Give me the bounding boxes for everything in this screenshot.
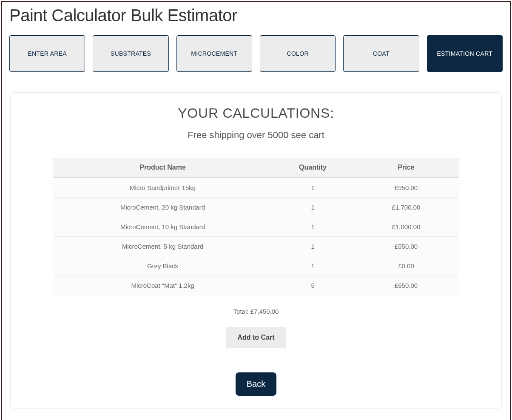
cell-price: £650.00 — [353, 276, 459, 295]
col-quantity: Quantity — [272, 158, 353, 178]
cell-product: MicroCoat “Mat” 1.2kg — [53, 276, 272, 295]
table-row: MicroCement, 20 kg Standard 1 £1,700.00 — [53, 198, 459, 217]
cell-quantity: 1 — [272, 237, 353, 256]
total-line: Total: £7,450.00 — [53, 308, 459, 315]
cell-price: £950.00 — [353, 178, 459, 198]
shipping-note: Free shipping over 5000 see cart — [53, 130, 459, 141]
cell-quantity: 1 — [272, 217, 353, 237]
tab-microcement[interactable]: MICROCEMENT — [176, 35, 252, 72]
cell-price: £0.00 — [353, 256, 459, 276]
tab-color[interactable]: COLOR — [260, 35, 336, 72]
cell-product: MicroCement, 5 kg Standard — [53, 237, 272, 256]
tab-estimation-cart[interactable]: ESTIMATION CART — [427, 35, 503, 72]
cell-quantity: 1 — [272, 178, 353, 198]
page-title: Paint Calculator Bulk Estimator — [9, 6, 503, 25]
tab-bar: ENTER AREA SUBSTRATES MICROCEMENT COLOR … — [9, 35, 503, 72]
cell-price: £1,700.00 — [353, 198, 459, 217]
cell-quantity: 5 — [272, 276, 353, 295]
table-row: MicroCement, 5 kg Standard 1 £550.00 — [53, 237, 459, 256]
col-product-name: Product Name — [53, 158, 272, 178]
calculations-table: Product Name Quantity Price Micro Sandpr… — [53, 158, 459, 295]
estimation-card: YOUR CALCULATIONS: Free shipping over 50… — [10, 92, 502, 409]
table-row: MicroCement, 10 kg Standard 1 £1,000.00 — [53, 217, 459, 237]
cell-product: Micro Sandprimer 15kg — [53, 178, 272, 198]
cell-quantity: 1 — [272, 256, 353, 276]
calculations-heading: YOUR CALCULATIONS: — [53, 105, 459, 121]
divider — [53, 363, 459, 363]
back-button[interactable]: Back — [236, 372, 276, 396]
tab-coat[interactable]: COAT — [343, 35, 419, 72]
tab-substrates[interactable]: SUBSTRATES — [93, 35, 168, 72]
cell-product: Grey Black — [53, 256, 272, 276]
col-price: Price — [353, 158, 459, 178]
table-row: Micro Sandprimer 15kg 1 £950.00 — [53, 178, 459, 198]
add-to-cart-button[interactable]: Add to Cart — [226, 327, 285, 348]
table-row: Grey Black 1 £0.00 — [53, 256, 459, 276]
cell-price: £550.00 — [353, 237, 459, 256]
total-value: £7,450.00 — [250, 308, 279, 315]
table-row: MicroCoat “Mat” 1.2kg 5 £650.00 — [53, 276, 459, 295]
total-label: Total: — [233, 308, 250, 315]
cell-price: £1,000.00 — [353, 217, 459, 237]
cell-product: MicroCement, 10 kg Standard — [53, 217, 272, 237]
cell-quantity: 1 — [272, 198, 353, 217]
cell-product: MicroCement, 20 kg Standard — [53, 198, 272, 217]
tab-enter-area[interactable]: ENTER AREA — [9, 35, 85, 72]
